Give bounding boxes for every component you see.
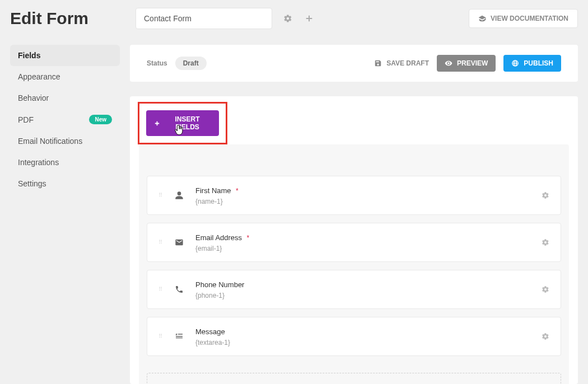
- field-card[interactable]: ⠿ Email Address * {email-1}: [147, 223, 561, 262]
- field-key: {name-1}: [195, 198, 530, 205]
- mail-icon: [174, 238, 184, 247]
- field-card[interactable]: ⠿ First Name * {name-1}: [147, 176, 561, 215]
- plus-icon: [154, 120, 160, 127]
- field-label: Email Address: [195, 233, 242, 242]
- sidebar: Fields Appearance Behavior PDF New Email…: [0, 35, 128, 384]
- sidebar-item-label: Appearance: [18, 72, 60, 81]
- save-draft-button[interactable]: SAVE DRAFT: [374, 59, 429, 67]
- field-label: Message: [195, 327, 225, 336]
- sidebar-item-behavior[interactable]: Behavior: [10, 87, 120, 109]
- field-label: Phone Number: [195, 280, 244, 289]
- preview-button[interactable]: PREVIEW: [437, 55, 496, 72]
- top-bar: Edit Form VIEW DOCUMENTATION: [0, 0, 588, 35]
- sidebar-item-integrations[interactable]: Integrations: [10, 152, 120, 173]
- field-list: ⠿ First Name * {name-1}: [147, 176, 561, 356]
- field-key: {phone-1}: [195, 292, 530, 299]
- insert-fields-dropzone[interactable]: INSERT FIELDS: [147, 373, 561, 384]
- doc-button-label: VIEW DOCUMENTATION: [491, 15, 568, 22]
- academic-cap-icon: [478, 15, 486, 22]
- field-card[interactable]: ⠿ Phone Number {phone-1}: [147, 270, 561, 309]
- field-card[interactable]: ⠿ Message {textarea-1}: [147, 317, 561, 356]
- phone-icon: [174, 285, 184, 294]
- plus-icon[interactable]: [304, 13, 315, 24]
- sidebar-item-email-notifications[interactable]: Email Notifications: [10, 130, 120, 152]
- status-label: Status: [147, 59, 167, 67]
- sidebar-item-label: Email Notifications: [18, 137, 82, 146]
- form-name-input[interactable]: [136, 8, 272, 29]
- required-star: *: [236, 187, 239, 195]
- field-key: {email-1}: [195, 245, 530, 252]
- sidebar-item-label: Fields: [18, 51, 40, 60]
- save-icon: [374, 59, 382, 67]
- sidebar-item-label: Integrations: [18, 158, 59, 167]
- publish-label: PUBLISH: [524, 59, 553, 67]
- sidebar-item-label: Behavior: [18, 93, 49, 102]
- save-draft-label: SAVE DRAFT: [386, 59, 429, 67]
- publish-button[interactable]: PUBLISH: [503, 55, 561, 72]
- sidebar-item-appearance[interactable]: Appearance: [10, 66, 120, 87]
- fields-panel: INSERT FIELDS ⠿: [130, 96, 578, 384]
- status-panel: Status Draft SAVE DRAFT PREVIEW: [130, 45, 578, 82]
- sidebar-item-fields[interactable]: Fields: [10, 45, 120, 66]
- insert-fields-label: INSERT FIELDS: [164, 115, 211, 131]
- form-name-group: [136, 8, 315, 29]
- drag-handle-icon[interactable]: ⠿: [158, 335, 163, 338]
- eye-icon: [445, 59, 452, 67]
- drag-handle-icon[interactable]: ⠿: [158, 194, 163, 197]
- gear-icon[interactable]: [282, 13, 293, 24]
- user-icon: [174, 191, 184, 200]
- sidebar-item-pdf[interactable]: PDF New: [10, 109, 120, 130]
- cursor-hand-icon: [174, 125, 184, 137]
- drag-handle-icon[interactable]: ⠿: [158, 288, 163, 291]
- sidebar-item-label: Settings: [18, 179, 46, 188]
- preview-label: PREVIEW: [457, 59, 488, 67]
- gear-icon[interactable]: [542, 238, 549, 246]
- globe-icon: [511, 59, 519, 67]
- drag-handle-icon[interactable]: ⠿: [158, 241, 163, 244]
- gear-icon[interactable]: [542, 285, 549, 293]
- gear-icon[interactable]: [542, 191, 549, 199]
- field-label: First Name: [195, 186, 231, 195]
- textarea-icon: [174, 332, 184, 341]
- field-key: {textarea-1}: [195, 339, 530, 346]
- new-badge: New: [89, 115, 112, 124]
- view-documentation-button[interactable]: VIEW DOCUMENTATION: [469, 9, 578, 28]
- required-star: *: [247, 234, 250, 242]
- sidebar-item-settings[interactable]: Settings: [10, 173, 120, 194]
- sidebar-item-label: PDF: [18, 115, 34, 124]
- page-title: Edit Form: [10, 9, 128, 28]
- gear-icon[interactable]: [542, 333, 549, 340]
- insert-fields-highlight: INSERT FIELDS: [138, 102, 227, 144]
- status-badge: Draft: [175, 57, 207, 70]
